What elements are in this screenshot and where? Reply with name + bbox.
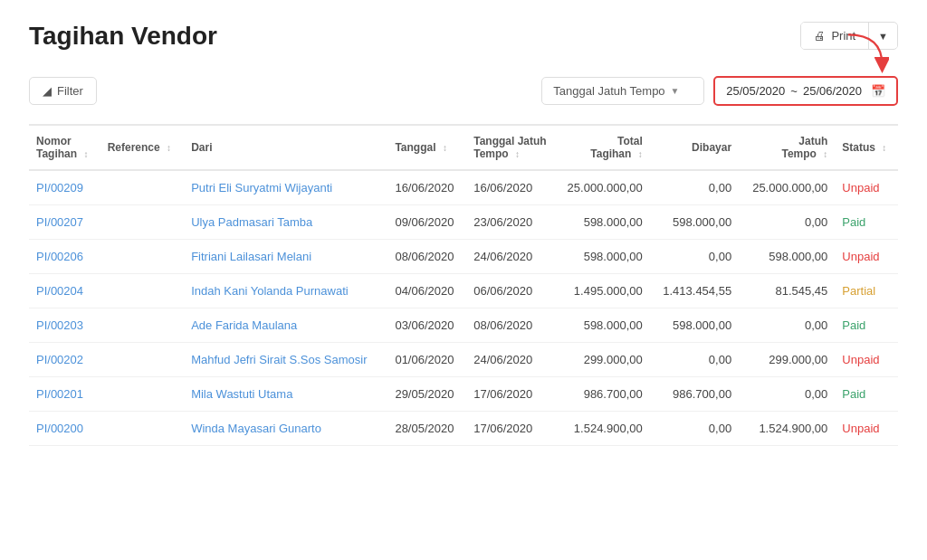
cell-jatuh-tempo: 598.000,00	[739, 240, 835, 274]
cell-status: Unpaid	[835, 240, 898, 274]
cell-tanggal-jatuh-tempo: 24/06/2020	[466, 240, 553, 274]
date-range-start: 25/05/2020	[726, 84, 785, 98]
table-row: PI/00209Putri Eli Suryatmi Wijayanti16/0…	[29, 170, 898, 205]
cell-dibayar: 0,00	[650, 343, 739, 377]
cell-tanggal: 29/05/2020	[387, 377, 466, 412]
cell-dibayar: 598.000,00	[650, 308, 739, 343]
cell-dari[interactable]: Fitriani Lailasari Melani	[184, 240, 387, 274]
cell-tanggal: 03/06/2020	[387, 308, 466, 343]
cell-nomor-tagihan[interactable]: PI/00201	[29, 377, 100, 412]
col-header-jatuh-tempo: JatuhTempo ↕	[739, 125, 835, 170]
cell-jatuh-tempo: 0,00	[739, 308, 835, 343]
cell-tanggal-jatuh-tempo: 24/06/2020	[466, 343, 553, 377]
cell-jatuh-tempo: 0,00	[739, 205, 835, 240]
cell-dibayar: 0,00	[650, 240, 739, 274]
filter-button[interactable]: ◢ Filter	[29, 77, 97, 105]
sort-icon: ↕	[515, 149, 520, 159]
cell-reference	[100, 274, 184, 308]
table-row: PI/00201Mila Wastuti Utama29/05/202017/0…	[29, 377, 898, 412]
sort-icon: ↕	[83, 149, 88, 159]
cell-total-tagihan: 986.700,00	[554, 377, 650, 412]
cell-total-tagihan: 598.000,00	[554, 308, 650, 343]
table-row: PI/00204Indah Kani Yolanda Purnawati04/0…	[29, 274, 898, 308]
cell-dibayar: 598.000,00	[650, 205, 739, 240]
cell-nomor-tagihan[interactable]: PI/00202	[29, 343, 100, 377]
date-filter-label: Tanggal Jatuh Tempo	[553, 84, 664, 98]
toolbar-right: Tanggal Jatuh Tempo ▼ 25/05/2020 ~ 25/06…	[541, 76, 898, 106]
table-row: PI/00207Ulya Padmasari Tamba09/06/202023…	[29, 205, 898, 240]
cell-status: Paid	[835, 308, 898, 343]
cell-nomor-tagihan[interactable]: PI/00206	[29, 240, 100, 274]
filter-icon: ◢	[43, 84, 52, 98]
cell-dibayar: 0,00	[650, 170, 739, 205]
cell-tanggal-jatuh-tempo: 06/06/2020	[466, 274, 553, 308]
date-filter-dropdown[interactable]: Tanggal Jatuh Tempo ▼	[541, 77, 704, 105]
page-title: Tagihan Vendor	[29, 22, 217, 51]
cell-tanggal: 09/06/2020	[387, 205, 466, 240]
table-row: PI/00206Fitriani Lailasari Melani08/06/2…	[29, 240, 898, 274]
table-header-row: NomorTagihan ↕ Reference ↕ Dari Tanggal …	[29, 125, 898, 170]
table-row: PI/00200Winda Mayasari Gunarto28/05/2020…	[29, 412, 898, 446]
cell-tanggal-jatuh-tempo: 23/06/2020	[466, 205, 553, 240]
calendar-icon: 📅	[871, 84, 885, 98]
col-header-status: Status ↕	[835, 125, 898, 170]
toolbar: ◢ Filter Tanggal Jatuh Tempo ▼ 25/05/202…	[29, 76, 898, 106]
cell-reference	[100, 343, 184, 377]
cell-reference	[100, 308, 184, 343]
cell-jatuh-tempo: 25.000.000,00	[739, 170, 835, 205]
toolbar-left: ◢ Filter	[29, 77, 97, 105]
cell-dibayar: 0,00	[650, 412, 739, 446]
cell-nomor-tagihan[interactable]: PI/00200	[29, 412, 100, 446]
cell-status: Unpaid	[835, 170, 898, 205]
cell-status: Unpaid	[835, 343, 898, 377]
sort-icon: ↕	[638, 149, 643, 159]
col-header-tanggal-jatuh-tempo: Tanggal JatuhTempo ↕	[466, 125, 553, 170]
cell-status: Paid	[835, 377, 898, 412]
cell-tanggal-jatuh-tempo: 16/06/2020	[466, 170, 553, 205]
cell-dibayar: 1.413.454,55	[650, 274, 739, 308]
table-row: PI/00203Ade Farida Maulana03/06/202008/0…	[29, 308, 898, 343]
cell-total-tagihan: 598.000,00	[554, 205, 650, 240]
cell-reference	[100, 412, 184, 446]
cell-dari[interactable]: Mahfud Jefri Sirait S.Sos Samosir	[184, 343, 387, 377]
cell-dari[interactable]: Ade Farida Maulana	[184, 308, 387, 343]
col-header-dibayar: Dibayar	[650, 125, 739, 170]
cell-tanggal: 28/05/2020	[387, 412, 466, 446]
sort-icon: ↕	[823, 149, 827, 159]
cell-tanggal: 01/06/2020	[387, 343, 466, 377]
cell-dari[interactable]: Winda Mayasari Gunarto	[184, 412, 387, 446]
cell-nomor-tagihan[interactable]: PI/00204	[29, 274, 100, 308]
cell-total-tagihan: 299.000,00	[554, 343, 650, 377]
cell-nomor-tagihan[interactable]: PI/00203	[29, 308, 100, 343]
vendor-bills-table: NomorTagihan ↕ Reference ↕ Dari Tanggal …	[29, 124, 898, 446]
date-range-separator: ~	[790, 84, 798, 98]
cell-tanggal: 16/06/2020	[387, 170, 466, 205]
date-range-box[interactable]: 25/05/2020 ~ 25/06/2020 📅	[713, 76, 898, 106]
cell-total-tagihan: 598.000,00	[554, 240, 650, 274]
chevron-down-icon: ▼	[671, 86, 680, 96]
col-header-total-tagihan: TotalTagihan ↕	[554, 125, 650, 170]
cell-reference	[100, 205, 184, 240]
cell-dari[interactable]: Putri Eli Suryatmi Wijayanti	[184, 170, 387, 205]
sort-icon: ↕	[167, 143, 171, 153]
cell-total-tagihan: 25.000.000,00	[554, 170, 650, 205]
cell-nomor-tagihan[interactable]: PI/00207	[29, 205, 100, 240]
col-header-reference: Reference ↕	[100, 125, 184, 170]
cell-tanggal-jatuh-tempo: 17/06/2020	[466, 377, 553, 412]
cell-tanggal-jatuh-tempo: 08/06/2020	[466, 308, 553, 343]
cell-dari[interactable]: Indah Kani Yolanda Purnawati	[184, 274, 387, 308]
sort-icon: ↕	[443, 143, 447, 153]
cell-nomor-tagihan[interactable]: PI/00209	[29, 170, 100, 205]
cell-tanggal: 04/06/2020	[387, 274, 466, 308]
cell-status: Unpaid	[835, 412, 898, 446]
cell-dibayar: 986.700,00	[650, 377, 739, 412]
cell-dari[interactable]: Ulya Padmasari Tamba	[184, 205, 387, 240]
cell-tanggal-jatuh-tempo: 17/06/2020	[466, 412, 553, 446]
cell-total-tagihan: 1.524.900,00	[554, 412, 650, 446]
sort-icon: ↕	[882, 143, 886, 153]
cell-jatuh-tempo: 81.545,45	[739, 274, 835, 308]
cell-dari[interactable]: Mila Wastuti Utama	[184, 377, 387, 412]
cell-jatuh-tempo: 299.000,00	[739, 343, 835, 377]
cell-status: Partial	[835, 274, 898, 308]
arrow-indicator	[835, 29, 889, 74]
